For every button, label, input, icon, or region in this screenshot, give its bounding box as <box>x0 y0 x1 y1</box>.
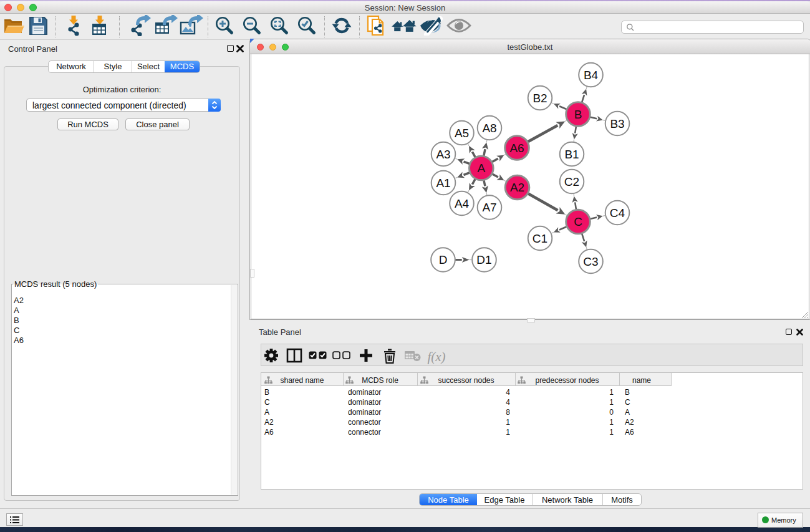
svg-text:A5: A5 <box>455 127 469 140</box>
svg-text:C3: C3 <box>583 255 598 268</box>
svg-text:D1: D1 <box>476 253 491 266</box>
svg-text:C2: C2 <box>564 175 579 188</box>
svg-text:B1: B1 <box>564 148 579 161</box>
svg-text:A6: A6 <box>509 142 524 155</box>
svg-text:A7: A7 <box>482 201 496 214</box>
svg-text:B2: B2 <box>533 92 547 105</box>
svg-text:D: D <box>439 253 448 266</box>
svg-text:C1: C1 <box>533 232 547 245</box>
svg-text:A8: A8 <box>482 122 496 135</box>
svg-text:B: B <box>574 108 582 121</box>
svg-text:A4: A4 <box>455 197 470 210</box>
svg-text:B3: B3 <box>610 117 624 130</box>
svg-text:C: C <box>574 215 582 228</box>
svg-text:A: A <box>477 162 485 175</box>
svg-text:A2: A2 <box>510 181 524 194</box>
svg-text:B4: B4 <box>584 69 599 82</box>
svg-text:A3: A3 <box>436 148 450 161</box>
svg-text:A1: A1 <box>436 177 450 190</box>
svg-text:C4: C4 <box>610 206 625 220</box>
